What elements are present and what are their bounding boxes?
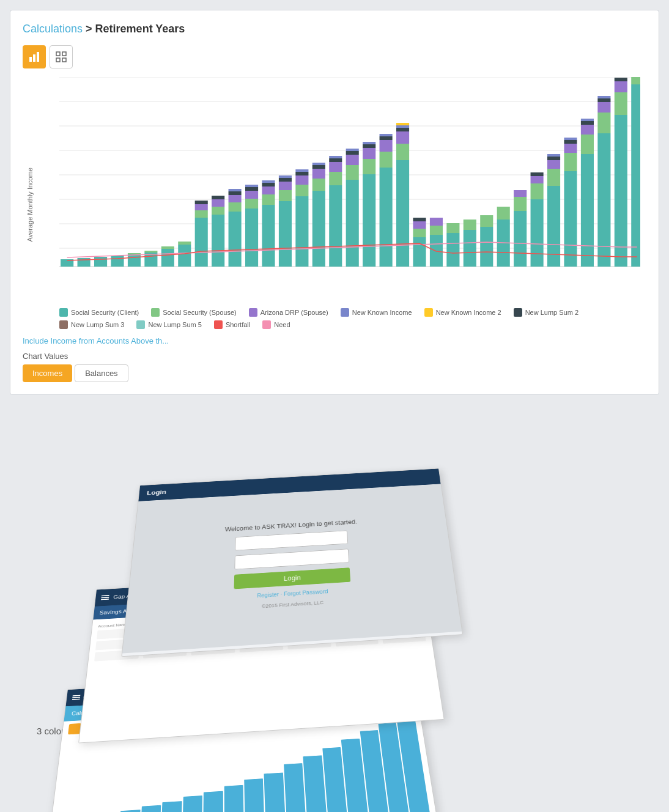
- svg-rect-53: [245, 187, 258, 191]
- svg-rect-97: [396, 131, 409, 144]
- svg-rect-4: [62, 52, 66, 56]
- svg-rect-68: [295, 172, 308, 175]
- svg-rect-100: [396, 123, 409, 125]
- tab-balances[interactable]: Balances: [75, 364, 128, 382]
- svg-rect-124: [547, 169, 560, 186]
- svg-rect-54: [245, 185, 258, 187]
- breadcrumb-link[interactable]: Calculations: [23, 23, 83, 35]
- svg-rect-136: [581, 121, 594, 125]
- svg-rect-33: [161, 249, 174, 267]
- svg-rect-108: [446, 233, 459, 267]
- svg-rect-67: [295, 175, 308, 185]
- legend-item-new-lump-sum5: New Lump Sum 5: [136, 320, 201, 329]
- svg-rect-65: [295, 196, 308, 267]
- svg-rect-66: [295, 185, 308, 196]
- svg-rect-35: [178, 245, 191, 267]
- legend-swatch-arizona-drp: [249, 308, 257, 317]
- legend-item-need: Need: [262, 320, 290, 329]
- svg-rect-133: [581, 154, 594, 267]
- svg-rect-28: [111, 256, 124, 267]
- svg-rect-105: [430, 235, 443, 267]
- svg-rect-57: [262, 186, 275, 194]
- svg-rect-64: [279, 175, 292, 178]
- login-body: Welcome to ASK TRAX! Login to get starte…: [122, 484, 462, 653]
- svg-rect-37: [195, 218, 208, 267]
- grid-view-button[interactable]: [50, 45, 73, 68]
- svg-rect-38: [195, 210, 208, 218]
- chart-container: Average Monthly Income $160,000 $140,000…: [23, 77, 646, 303]
- svg-rect-96: [396, 144, 409, 160]
- svg-rect-32: [144, 251, 157, 253]
- svg-rect-93: [380, 136, 393, 140]
- svg-rect-84: [346, 149, 359, 151]
- calc-bar: [284, 763, 306, 812]
- svg-rect-98: [396, 128, 409, 131]
- svg-rect-52: [245, 191, 258, 199]
- svg-rect-73: [312, 165, 325, 169]
- svg-rect-135: [581, 125, 594, 135]
- login-footer: ©2015 First Advisors, LLC: [262, 600, 323, 609]
- breadcrumb: Calculations > Retirement Years: [23, 23, 646, 35]
- login-password-field[interactable]: [234, 548, 349, 569]
- svg-rect-129: [564, 153, 577, 171]
- svg-rect-107: [430, 218, 443, 226]
- include-income-text[interactable]: Include Income from Accounts Above th...: [23, 336, 646, 345]
- svg-rect-99: [396, 125, 409, 128]
- svg-rect-148: [631, 77, 640, 84]
- svg-rect-71: [312, 179, 325, 191]
- chart-values-tabs: Incomes Balances: [23, 364, 646, 382]
- svg-rect-63: [279, 178, 292, 182]
- svg-rect-89: [363, 142, 375, 144]
- calc-bar: [140, 805, 161, 812]
- legend-label-ss-spouse: Social Security (Spouse): [163, 309, 236, 316]
- svg-rect-116: [514, 211, 527, 267]
- svg-rect-49: [229, 189, 242, 191]
- svg-rect-119: [531, 199, 544, 267]
- legend-swatch-new-lump-sum5: [136, 320, 145, 329]
- svg-rect-46: [229, 202, 242, 212]
- svg-rect-29: [128, 254, 141, 267]
- svg-rect-143: [615, 115, 627, 267]
- legend-swatch-new-known-income: [341, 308, 349, 317]
- calc-bar: [244, 778, 265, 812]
- svg-rect-61: [279, 190, 292, 201]
- legend-label-new-known-income: New Known Income: [352, 309, 412, 316]
- svg-rect-102: [413, 229, 426, 237]
- login-username-field[interactable]: [235, 530, 348, 550]
- legend-item-new-known-income2: New Known Income 2: [424, 308, 501, 317]
- svg-rect-1: [33, 54, 35, 62]
- svg-rect-127: [547, 154, 560, 157]
- tab-incomes[interactable]: Incomes: [23, 364, 72, 382]
- login-screen: Login Welcome to ASK TRAX! Login to get …: [121, 468, 463, 657]
- svg-rect-34: [161, 246, 174, 249]
- legend-label-new-lump-sum3: New Lump Sum 3: [71, 321, 124, 328]
- calc-bar: [264, 772, 286, 812]
- y-axis-label: Average Monthly Income: [26, 168, 34, 242]
- svg-rect-92: [380, 140, 393, 152]
- svg-rect-6: [62, 58, 66, 62]
- svg-rect-2: [37, 52, 39, 62]
- svg-rect-121: [531, 176, 544, 183]
- svg-rect-5: [56, 58, 60, 62]
- legend-label-arizona-drp: Arizona DRP (Spouse): [261, 309, 328, 316]
- svg-rect-134: [581, 135, 594, 154]
- svg-rect-122: [531, 172, 544, 176]
- chart-view-button[interactable]: [23, 45, 46, 68]
- svg-rect-95: [396, 160, 409, 267]
- legend-swatch-ss-spouse: [151, 308, 160, 317]
- svg-rect-115: [497, 207, 510, 220]
- legend-item-ss-client: Social Security (Client): [59, 308, 139, 317]
- svg-rect-79: [329, 156, 342, 158]
- svg-rect-60: [279, 201, 292, 267]
- svg-rect-45: [229, 212, 242, 267]
- breadcrumb-separator: >: [86, 23, 95, 35]
- login-links[interactable]: Register · Forgot Password: [257, 588, 328, 599]
- svg-rect-147: [631, 84, 640, 267]
- svg-rect-0: [29, 57, 32, 62]
- svg-rect-87: [363, 148, 375, 159]
- login-button[interactable]: Login: [234, 567, 351, 589]
- svg-rect-72: [312, 169, 325, 179]
- legend-label-ss-client: Social Security (Client): [71, 309, 139, 316]
- legend-item-shortfall: Shortfall: [214, 320, 250, 329]
- chart-legend: Social Security (Client) Social Security…: [23, 308, 646, 329]
